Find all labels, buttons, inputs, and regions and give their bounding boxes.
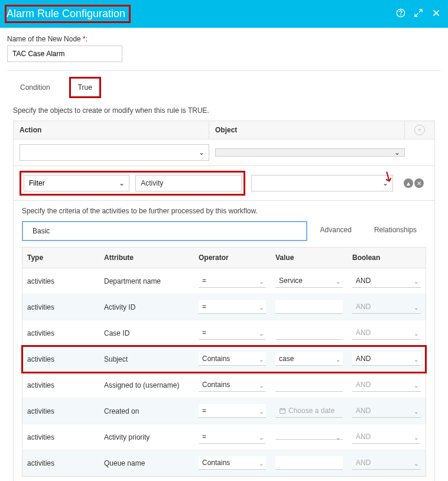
header-actions: [396, 8, 441, 20]
remove-icon[interactable]: ✕: [414, 178, 424, 188]
collapse-icon[interactable]: ▲: [404, 178, 413, 188]
node-name-input[interactable]: [7, 46, 122, 62]
cell-operator[interactable]: =⌄: [194, 294, 271, 320]
object-header: Object: [209, 121, 405, 139]
instruction-text: Specify the objects to create or modify …: [13, 106, 435, 115]
table-body: activitiesDepartment name=⌄Service⌄AND⌄a…: [22, 268, 426, 476]
criteria-tabs: Basic Advanced Relationships: [14, 221, 434, 247]
table-row: activitiesActivity ID=⌄AND⌄: [22, 294, 426, 320]
cell-type: activities: [22, 375, 99, 395]
action-select-empty[interactable]: ⌄: [20, 144, 209, 161]
row-controls: ↘ ▲ ✕: [399, 178, 428, 188]
cell-boolean: AND⌄: [348, 294, 426, 320]
cell-operator[interactable]: Contains⌄: [194, 346, 271, 372]
dialog-body: Name of the New Node *: Condition True S…: [0, 28, 448, 481]
filter-row-highlight: Filter ⌄ Activity: [20, 171, 245, 196]
action-header: Action: [14, 121, 209, 139]
cell-operator[interactable]: Contains⌄: [194, 372, 271, 398]
panel-row-1: ⌄ ⌄: [14, 139, 434, 166]
cell-attribute: Activity ID: [99, 297, 194, 317]
cell-operator[interactable]: Contains⌄: [194, 450, 271, 476]
help-icon[interactable]: [396, 8, 405, 20]
cell-type: activities: [22, 323, 99, 343]
cell-value[interactable]: Choose a date: [271, 398, 348, 424]
cell-attribute: Subject: [99, 349, 194, 369]
add-row-button[interactable]: +: [414, 125, 425, 135]
panel-row-filter: Filter ⌄ Activity ⌄ ↘ ▲ ✕: [14, 166, 434, 201]
tab-relationships[interactable]: Relationships: [365, 221, 426, 241]
required-star: *:: [83, 35, 87, 43]
cell-boolean: AND⌄: [348, 398, 426, 424]
tab-basic[interactable]: Basic: [22, 221, 307, 241]
activity-label: Activity: [135, 175, 241, 191]
node-name-label: Name of the New Node *:: [7, 35, 441, 43]
table-row: activitiesAssigned to (username)Contains…: [22, 372, 426, 398]
objects-panel: Action Object + ⌄ ⌄ Filter ⌄: [13, 121, 435, 481]
cell-boolean: AND⌄: [348, 450, 426, 476]
close-icon[interactable]: [431, 8, 441, 20]
cell-boolean: AND⌄: [348, 424, 426, 450]
col-value: Value: [271, 248, 348, 268]
cell-operator[interactable]: =⌄: [194, 398, 271, 424]
cell-value[interactable]: ⌄: [271, 428, 348, 446]
table-row: activitiesDepartment name=⌄Service⌄AND⌄: [22, 268, 426, 294]
panel-header: Action Object +: [14, 121, 434, 139]
expand-icon[interactable]: [414, 8, 423, 20]
cell-attribute: Department name: [99, 271, 194, 291]
cell-value[interactable]: [271, 320, 348, 346]
divider: [7, 70, 441, 71]
table-row: activitiesCreated on=⌄Choose a dateAND⌄: [22, 398, 426, 424]
object-select-disabled: ⌄: [215, 148, 405, 157]
cell-value[interactable]: [271, 372, 348, 398]
cell-type: activities: [22, 271, 99, 291]
cell-type: activities: [22, 453, 99, 473]
cell-attribute: Activity priority: [99, 427, 194, 447]
col-type: Type: [22, 248, 99, 268]
criteria-instruction: Specify the criteria of the activities t…: [14, 201, 434, 221]
table-row: activitiesActivity priority=⌄⌄AND⌄: [22, 424, 426, 450]
cell-type: activities: [22, 401, 99, 421]
dialog-title: Alarm Rule Configuration: [7, 8, 125, 20]
table-row: activitiesSubjectContains⌄case⌄AND⌄: [22, 346, 426, 372]
title-highlight: Alarm Rule Configuration: [5, 5, 131, 23]
cell-type: activities: [22, 349, 99, 369]
cell-value[interactable]: [271, 450, 348, 476]
svg-rect-2: [280, 409, 285, 414]
cell-attribute: Queue name: [99, 453, 194, 473]
action-select-filter[interactable]: Filter ⌄: [24, 175, 129, 191]
cell-operator[interactable]: =⌄: [194, 268, 271, 294]
cell-boolean: AND⌄: [348, 320, 426, 346]
table-row: activitiesQueue nameContains⌄AND⌄: [22, 450, 426, 476]
dialog-header: Alarm Rule Configuration: [0, 0, 448, 28]
object-select-activity[interactable]: Activity: [135, 175, 241, 191]
cell-attribute: Created on: [99, 401, 194, 421]
cell-operator[interactable]: =⌄: [194, 320, 271, 346]
table-row: activitiesCase ID=⌄AND⌄: [22, 320, 426, 346]
criteria-table: Type Attribute Operator Value Boolean ac…: [22, 247, 426, 477]
col-operator: Operator: [194, 248, 271, 268]
svg-point-1: [401, 15, 401, 15]
cell-operator[interactable]: =⌄: [194, 424, 271, 450]
tab-true[interactable]: True: [69, 77, 101, 98]
cell-boolean: AND⌄: [348, 372, 426, 398]
col-boolean: Boolean: [348, 248, 426, 268]
cell-value[interactable]: case⌄: [271, 346, 348, 372]
cell-value[interactable]: [271, 294, 348, 320]
cell-type: activities: [22, 297, 99, 317]
tab-condition[interactable]: Condition: [13, 79, 57, 96]
add-cell: +: [405, 121, 434, 139]
cell-boolean[interactable]: AND⌄: [348, 268, 426, 294]
rule-tabs: Condition True: [13, 77, 441, 98]
cell-attribute: Assigned to (username): [99, 375, 194, 395]
cell-type: activities: [22, 427, 99, 447]
col-attribute: Attribute: [99, 248, 194, 268]
cell-boolean[interactable]: AND⌄: [348, 346, 426, 372]
cell-attribute: Case ID: [99, 323, 194, 343]
extra-select[interactable]: ⌄: [251, 175, 393, 191]
cell-value[interactable]: Service⌄: [271, 268, 348, 294]
tab-advanced[interactable]: Advanced: [311, 221, 361, 241]
label-text: Name of the New Node: [7, 35, 81, 43]
table-header: Type Attribute Operator Value Boolean: [22, 248, 426, 268]
